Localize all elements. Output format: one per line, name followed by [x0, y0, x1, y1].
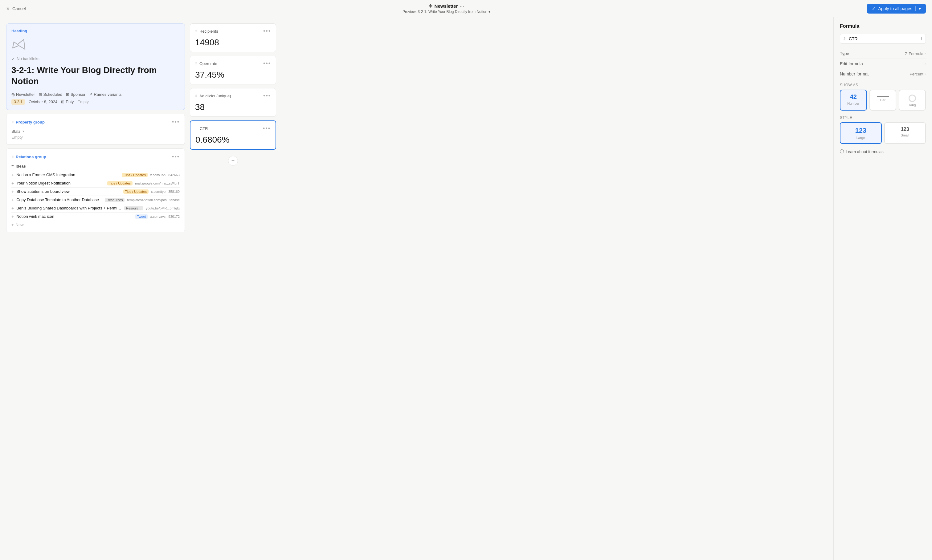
backlinks-text: No backlinks [17, 56, 40, 61]
property-group-card: ⠿ Property group ••• Stats ▾ Empty [6, 114, 185, 145]
chevron-down-icon: ▾ [919, 6, 921, 11]
left-column: Heading ↙ No backlinks 3-2-1: Write Your… [6, 23, 185, 554]
show-as-number-option[interactable]: 42 Number [840, 90, 867, 111]
chevron-right-icon: › [924, 72, 926, 76]
sponsor-icon: ⊞ [66, 92, 69, 97]
new-label: New [16, 222, 24, 227]
relation-item: + Your Notion Digest Notification Tips /… [11, 179, 180, 188]
relation-add-icon[interactable]: + [11, 181, 14, 186]
relation-link[interactable]: x.com/Ton...842663 [150, 173, 180, 177]
plus-icon: + [11, 222, 14, 227]
drag-icon: ⠿ [195, 29, 197, 33]
topbar: ✕ Cancel ✈ Newsletter ⋯ Preview: 3-2-1: … [0, 0, 932, 17]
right-column: ⠿ Recipients ••• 14908 ⠿ Open rate ••• 3… [190, 23, 276, 554]
relation-add-icon[interactable]: + [11, 214, 14, 219]
ring-visual [909, 95, 916, 102]
cancel-button[interactable]: ✕ Cancel [6, 6, 26, 11]
chevron-down-icon: ▾ [23, 129, 25, 133]
number-label: Number [843, 102, 864, 105]
recipients-label: Recipients [199, 29, 218, 34]
ctr-title: ⠿ CTR [196, 126, 208, 131]
relation-add-icon[interactable]: + [11, 189, 14, 194]
recipients-title: ⠿ Recipients [195, 29, 218, 34]
check-icon: ✓ [872, 6, 876, 11]
bar-visual [877, 96, 889, 97]
show-as-label: Show as [840, 83, 926, 87]
new-row[interactable]: + New [11, 220, 180, 227]
number-format-label: Number format [840, 71, 869, 76]
ctr-menu-icon[interactable]: ••• [263, 125, 271, 132]
number-format-value[interactable]: Percent › [909, 72, 926, 76]
style-small-option[interactable]: 123 Small [884, 122, 926, 144]
formula-sidebar-title: Formula [840, 23, 926, 29]
ad-clicks-menu-icon[interactable]: ••• [263, 93, 271, 99]
show-as-ring-option[interactable]: Ring [899, 90, 926, 111]
enty-label: Enty [66, 100, 74, 104]
relation-badge: Tips / Updates [122, 173, 148, 177]
relations-group-menu-icon[interactable]: ••• [172, 154, 180, 160]
calendar-icon: ⊞ [39, 92, 42, 97]
add-block-button[interactable]: + [228, 156, 238, 166]
edit-formula-label: Edit formula [840, 61, 863, 66]
relation-link[interactable]: x.com/avs...930172 [150, 215, 180, 218]
settings-icon[interactable]: ⋯ [459, 3, 464, 9]
drag-icon: ⠿ [11, 155, 14, 158]
relation-link[interactable]: templates4notion.com/pos...tabase [127, 198, 180, 202]
relation-badge: Resources [105, 198, 125, 202]
property-group-menu-icon[interactable]: ••• [172, 119, 180, 125]
relation-name: Show subitems on board view [16, 189, 120, 194]
style-options: 123 Large 123 Small [840, 122, 926, 144]
relation-add-icon[interactable]: + [11, 172, 14, 177]
list-icon: ≡ [11, 164, 14, 169]
recipients-menu-icon[interactable]: ••• [263, 28, 271, 34]
show-as-bar-option[interactable]: Bar [869, 90, 897, 111]
ad-clicks-value: 38 [195, 102, 271, 112]
style-large-option[interactable]: 123 Large [840, 122, 882, 144]
ring-label: Ring [902, 103, 923, 107]
topbar-center: ✈ Newsletter ⋯ Preview: 3-2-1: Write You… [402, 3, 490, 14]
relation-items-list: + Notion x Framer CMS Integration Tips /… [11, 171, 180, 220]
number-format-row[interactable]: Number format Percent › [840, 69, 926, 79]
open-rate-value: 37.45% [195, 70, 271, 80]
relation-name: Notion wink mac icon [16, 214, 132, 219]
relation-add-icon[interactable]: + [11, 197, 14, 202]
close-icon: ✕ [6, 6, 10, 11]
meta-row: ◎ Newsletter ⊞ Scheduled ⊞ Sponsor ↗ Ram… [11, 92, 180, 97]
relation-badge: Tips / Updates [123, 189, 149, 194]
meta-status: ⊞ Scheduled [39, 92, 62, 97]
tag-badge: 3-2-1 [11, 99, 25, 105]
relation-add-icon[interactable]: + [11, 206, 14, 211]
number-value: 42 [843, 93, 864, 100]
info-icon[interactable]: ℹ [921, 36, 923, 41]
relation-link[interactable]: x.com/typ...358160 [151, 190, 180, 194]
ctr-value: 0.6806% [196, 135, 271, 145]
formula-sidebar: Formula Σ ℹ Type Σ Formula › Edit formul… [833, 17, 932, 560]
relation-link[interactable]: youtu.be/bMR...omlqlq [146, 206, 180, 210]
relation-item: + Copy Database Template to Another Data… [11, 196, 180, 204]
edit-formula-row[interactable]: Edit formula › [840, 59, 926, 69]
show-as-options: 42 Number Bar Ring [840, 90, 926, 111]
large-style-value: 123 [843, 126, 879, 135]
backlink-icon: ↙ [11, 56, 15, 61]
relation-link[interactable]: mail.google.com/mai...sWlqrT [135, 182, 180, 185]
relation-item: + Notion wink mac icon Tweet x.com/avs..… [11, 212, 180, 220]
property-group-title: ⠿ Property group [11, 120, 45, 125]
chevron-right-icon: › [924, 62, 926, 66]
open-rate-menu-icon[interactable]: ••• [263, 60, 271, 67]
open-rate-label: Open rate [199, 61, 217, 66]
main-layout: Heading ↙ No backlinks 3-2-1: Write Your… [0, 17, 932, 560]
learn-about-formulas-link[interactable]: ⓘ Learn about formulas [840, 149, 926, 154]
small-style-label: Small [887, 133, 923, 137]
arrow-icon: ↗ [89, 92, 92, 97]
apply-to-all-pages-button[interactable]: ✓ Apply to all pages ▾ [867, 4, 926, 14]
relations-group-title: ⠿ Relations group [11, 155, 46, 159]
topbar-subtitle[interactable]: Preview: 3-2-1: Write Your Blog Directly… [402, 9, 490, 14]
enty-icon: ⊞ [61, 100, 65, 104]
formula-input[interactable] [849, 36, 918, 41]
type-value[interactable]: Σ Formula › [905, 51, 926, 56]
meta-enty: ⊞ Enty [61, 100, 74, 104]
relation-badge: Tips / Updates [107, 181, 133, 185]
small-style-value: 123 [887, 126, 923, 132]
topbar-title-text: Newsletter [434, 3, 458, 9]
page-icon [11, 37, 26, 52]
